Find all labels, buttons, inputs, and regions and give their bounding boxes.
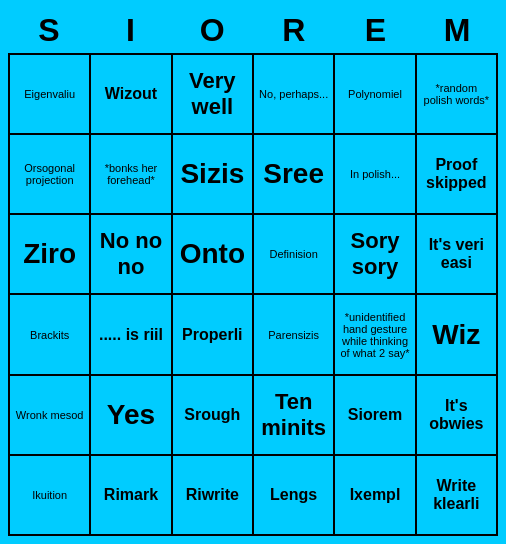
bingo-cell[interactable]: Ziro <box>10 215 91 295</box>
header-letter: S <box>8 8 90 53</box>
bingo-cell[interactable]: Polynomiel <box>335 55 416 135</box>
bingo-cell[interactable]: No no no <box>91 215 172 295</box>
bingo-cell[interactable]: *unidentified hand gesture while thinkin… <box>335 295 416 375</box>
bingo-cell[interactable]: Sizis <box>173 135 254 215</box>
bingo-cell[interactable]: Orsogonal projection <box>10 135 91 215</box>
bingo-cell[interactable]: Properli <box>173 295 254 375</box>
bingo-cell[interactable]: Definision <box>254 215 335 295</box>
bingo-grid: EigenvaliuWizoutVery wellNo, perhaps...P… <box>8 53 498 536</box>
header-letter: I <box>90 8 172 53</box>
bingo-cell[interactable]: Eigenvaliu <box>10 55 91 135</box>
bingo-cell[interactable]: Srough <box>173 376 254 456</box>
bingo-cell[interactable]: Wronk mesod <box>10 376 91 456</box>
bingo-cell[interactable]: Sory sory <box>335 215 416 295</box>
bingo-header: SIOREM <box>8 8 498 53</box>
bingo-cell[interactable]: Proof skipped <box>417 135 498 215</box>
bingo-cell[interactable]: It's veri easi <box>417 215 498 295</box>
bingo-cell[interactable]: Yes <box>91 376 172 456</box>
bingo-cell[interactable]: Riwrite <box>173 456 254 536</box>
bingo-cell[interactable]: It's obwies <box>417 376 498 456</box>
header-letter: E <box>335 8 417 53</box>
bingo-cell[interactable]: No, perhaps... <box>254 55 335 135</box>
bingo-cell[interactable]: Ixempl <box>335 456 416 536</box>
bingo-cell[interactable]: Rimark <box>91 456 172 536</box>
bingo-cell[interactable]: Onto <box>173 215 254 295</box>
bingo-cell[interactable]: *random polish words* <box>417 55 498 135</box>
bingo-cell[interactable]: ..... is riil <box>91 295 172 375</box>
bingo-cell[interactable]: In polish... <box>335 135 416 215</box>
bingo-cell[interactable]: Parensizis <box>254 295 335 375</box>
bingo-cell[interactable]: Siorem <box>335 376 416 456</box>
header-letter: M <box>416 8 498 53</box>
bingo-cell[interactable]: Lengs <box>254 456 335 536</box>
header-letter: R <box>253 8 335 53</box>
bingo-cell[interactable]: Sree <box>254 135 335 215</box>
bingo-cell[interactable]: Wiz <box>417 295 498 375</box>
bingo-card: SIOREM EigenvaliuWizoutVery wellNo, perh… <box>8 8 498 536</box>
bingo-cell[interactable]: Write klearli <box>417 456 498 536</box>
bingo-cell[interactable]: Very well <box>173 55 254 135</box>
bingo-cell[interactable]: Wizout <box>91 55 172 135</box>
bingo-cell[interactable]: Ikuition <box>10 456 91 536</box>
bingo-cell[interactable]: Brackits <box>10 295 91 375</box>
header-letter: O <box>171 8 253 53</box>
bingo-cell[interactable]: Ten minits <box>254 376 335 456</box>
bingo-cell[interactable]: *bonks her forehead* <box>91 135 172 215</box>
